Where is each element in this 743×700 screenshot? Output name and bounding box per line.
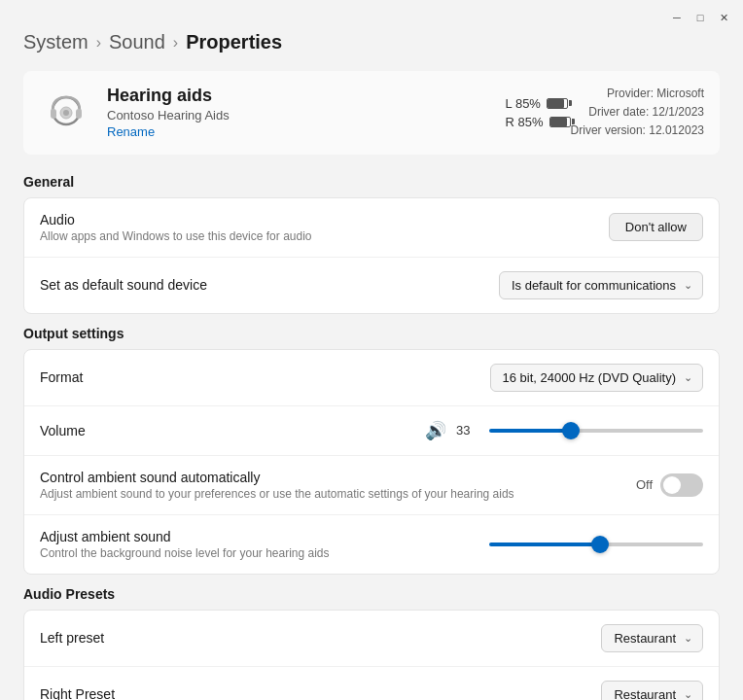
- right-preset-select[interactable]: Restaurant ⌄: [601, 681, 703, 700]
- format-select[interactable]: 16 bit, 24000 Hz (DVD Quality) ⌄: [490, 364, 703, 392]
- minimize-button[interactable]: ─: [669, 10, 685, 25]
- driver-version-label: Driver version: 12.012023: [571, 122, 704, 140]
- general-card: Audio Allow apps and Windows to use this…: [23, 197, 720, 314]
- left-preset-title: Left preset: [40, 630, 601, 646]
- svg-point-4: [63, 110, 69, 116]
- battery-left-icon: [547, 98, 568, 109]
- audio-presets-title: Audio Presets: [23, 586, 720, 602]
- right-preset-chevron-icon: ⌄: [684, 688, 692, 700]
- breadcrumb-sep2: ›: [173, 34, 178, 52]
- output-settings-card: Format 16 bit, 24000 Hz (DVD Quality) ⌄ …: [23, 349, 720, 575]
- maximize-button[interactable]: □: [692, 10, 708, 25]
- general-section-title: General: [23, 174, 720, 190]
- format-row: Format 16 bit, 24000 Hz (DVD Quality) ⌄: [24, 350, 719, 406]
- volume-title: Volume: [40, 423, 372, 438]
- audio-label: Audio Allow apps and Windows to use this…: [40, 212, 609, 243]
- right-preset-label: Right Preset: [40, 686, 601, 700]
- format-label: Format: [40, 369, 490, 385]
- battery-left-row: L 85%: [506, 96, 571, 111]
- device-subtitle: Contoso Hearing Aids: [107, 108, 486, 122]
- device-info: Hearing aids Contoso Hearing Aids Rename: [107, 86, 486, 139]
- right-preset-control: Restaurant ⌄: [601, 681, 703, 700]
- battery-right-label: R 85%: [506, 115, 544, 129]
- breadcrumb-current: Properties: [186, 31, 282, 53]
- ambient-auto-subtitle: Adjust ambient sound to your preferences…: [40, 487, 636, 501]
- format-control: 16 bit, 24000 Hz (DVD Quality) ⌄: [490, 364, 703, 392]
- volume-value: 33: [456, 423, 479, 438]
- ambient-slider-track: [489, 542, 703, 546]
- battery-left-label: L 85%: [506, 96, 541, 111]
- left-preset-control: Restaurant ⌄: [601, 624, 703, 652]
- dont-allow-button[interactable]: Don't allow: [609, 213, 703, 241]
- volume-control: 🔊 33: [372, 420, 703, 441]
- audio-control: Don't allow: [609, 213, 703, 241]
- volume-row: Volume 🔊 33: [24, 406, 719, 456]
- volume-slider-track: [489, 429, 703, 433]
- right-preset-value: Restaurant: [614, 687, 676, 700]
- ambient-auto-row: Control ambient sound automatically Adju…: [24, 456, 719, 515]
- window-controls: ─ □ ✕: [669, 10, 731, 25]
- close-button[interactable]: ✕: [716, 10, 731, 25]
- svg-rect-1: [51, 109, 56, 119]
- rename-link[interactable]: Rename: [107, 124, 486, 139]
- left-preset-chevron-icon: ⌄: [684, 632, 692, 645]
- default-device-row: Set as default sound device Is default f…: [24, 258, 719, 313]
- right-preset-row: Right Preset Restaurant ⌄: [24, 667, 719, 700]
- device-battery: L 85% R 85%: [506, 96, 571, 129]
- svg-rect-2: [76, 109, 82, 119]
- audio-presets-card: Left preset Restaurant ⌄ Right Preset Re…: [23, 610, 720, 700]
- format-value: 16 bit, 24000 Hz (DVD Quality): [503, 370, 676, 385]
- ambient-slider-row: Adjust ambient sound Control the backgro…: [24, 515, 719, 574]
- default-device-value: Is default for communications: [512, 278, 676, 293]
- ambient-slider-thumb[interactable]: [591, 536, 609, 553]
- volume-slider-thumb[interactable]: [562, 422, 580, 439]
- ambient-slider-title: Adjust ambient sound: [40, 529, 372, 544]
- format-chevron-icon: ⌄: [684, 371, 692, 384]
- device-icon: [39, 86, 93, 140]
- ambient-slider-label: Adjust ambient sound Control the backgro…: [40, 529, 372, 560]
- output-settings-title: Output settings: [23, 326, 720, 341]
- breadcrumb-sep1: ›: [96, 34, 101, 52]
- left-preset-row: Left preset Restaurant ⌄: [24, 611, 719, 667]
- provider-label: Provider: Microsoft: [571, 85, 704, 103]
- driver-date-label: Driver date: 12/1/2023: [571, 103, 704, 122]
- device-name: Hearing aids: [107, 86, 486, 106]
- left-preset-select[interactable]: Restaurant ⌄: [601, 624, 703, 652]
- title-bar: ─ □ ✕: [0, 0, 743, 31]
- default-device-select[interactable]: Is default for communications ⌄: [499, 271, 703, 299]
- left-preset-value: Restaurant: [614, 631, 676, 646]
- driver-info: Provider: Microsoft Driver date: 12/1/20…: [571, 85, 704, 141]
- audio-subtitle: Allow apps and Windows to use this devic…: [40, 229, 609, 243]
- ambient-auto-control: Off: [636, 473, 703, 497]
- default-device-label: Set as default sound device: [40, 277, 499, 293]
- default-device-title: Set as default sound device: [40, 277, 499, 293]
- default-device-control: Is default for communications ⌄: [499, 271, 703, 299]
- battery-right-row: R 85%: [506, 115, 571, 129]
- left-preset-label: Left preset: [40, 630, 601, 646]
- ambient-auto-toggle[interactable]: [660, 473, 703, 497]
- ambient-auto-title: Control ambient sound automatically: [40, 470, 636, 485]
- audio-row: Audio Allow apps and Windows to use this…: [24, 198, 719, 258]
- ambient-slider-subtitle: Control the background noise level for y…: [40, 546, 372, 560]
- right-preset-title: Right Preset: [40, 686, 601, 700]
- volume-slider[interactable]: [489, 421, 703, 440]
- breadcrumb-system[interactable]: System: [23, 31, 88, 53]
- breadcrumb-sound[interactable]: Sound: [109, 31, 165, 53]
- format-title: Format: [40, 369, 490, 385]
- breadcrumb: System › Sound › Properties: [23, 31, 720, 53]
- ambient-auto-state: Off: [636, 477, 653, 492]
- main-window: System › Sound › Properties Hearing aids…: [0, 31, 743, 700]
- volume-label: Volume: [40, 423, 372, 438]
- device-header: Hearing aids Contoso Hearing Aids Rename…: [23, 71, 720, 155]
- battery-right-icon: [549, 117, 571, 127]
- ambient-slider[interactable]: [489, 535, 703, 554]
- ambient-auto-label: Control ambient sound automatically Adju…: [40, 470, 636, 501]
- ambient-slider-control: [372, 535, 703, 554]
- volume-icon: 🔊: [425, 420, 446, 441]
- audio-title: Audio: [40, 212, 609, 228]
- default-device-chevron-icon: ⌄: [684, 279, 692, 292]
